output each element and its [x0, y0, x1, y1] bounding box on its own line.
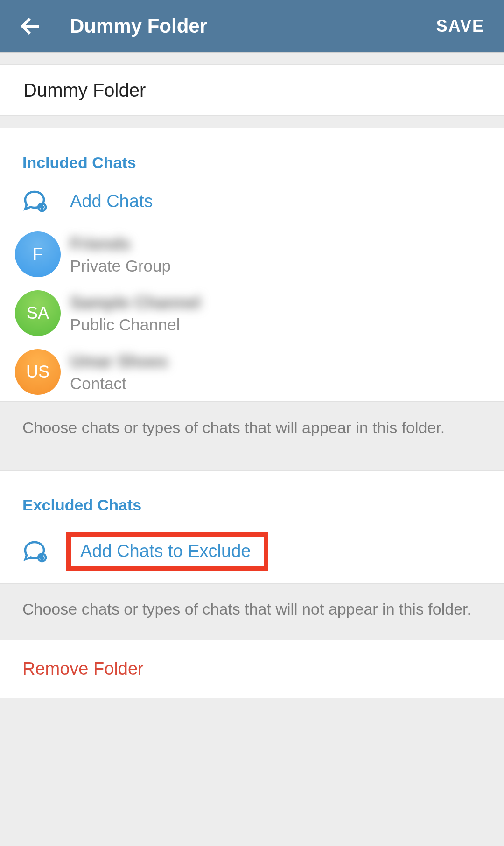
chat-type: Private Group: [70, 257, 504, 275]
list-item[interactable]: SA Sample Channel Public Channel: [0, 284, 504, 343]
add-chats-label: Add Chats: [70, 191, 153, 211]
chat-plus-icon: [0, 189, 70, 213]
excluded-hint: Choose chats or types of chats that will…: [0, 583, 504, 640]
page-title: Dummy Folder: [70, 15, 436, 37]
folder-name-input[interactable]: [22, 79, 482, 101]
avatar: US: [15, 349, 61, 395]
included-hint: Choose chats or types of chats that will…: [0, 402, 504, 458]
highlight-annotation: Add Chats to Exclude: [66, 532, 268, 571]
folder-name-card: [0, 64, 504, 116]
avatar: SA: [15, 290, 61, 336]
chat-name: Friends: [70, 234, 131, 254]
chat-type: Contact: [70, 374, 504, 393]
excluded-chats-header: Excluded Chats: [0, 471, 504, 521]
included-chats-header: Included Chats: [0, 128, 504, 178]
included-chats-section: Included Chats Add Chats F Friends Priva…: [0, 128, 504, 402]
chat-plus-icon: [0, 540, 70, 563]
remove-folder-button[interactable]: Remove Folder: [0, 640, 504, 698]
chat-name: Umar Shoes: [70, 352, 168, 371]
list-item[interactable]: US Umar Shoes Contact: [0, 343, 504, 401]
add-chats-button[interactable]: Add Chats: [0, 178, 504, 225]
save-button[interactable]: SAVE: [436, 16, 484, 36]
add-chats-to-exclude-label: Add Chats to Exclude: [80, 541, 251, 561]
excluded-chats-section: Excluded Chats Add Chats to Exclude: [0, 470, 504, 583]
chat-name: Sample Channel: [70, 293, 201, 313]
add-chats-to-exclude-button[interactable]: Add Chats to Exclude: [0, 521, 504, 583]
app-header: Dummy Folder SAVE: [0, 0, 504, 53]
avatar: F: [15, 231, 61, 277]
chat-type: Public Channel: [70, 315, 504, 334]
back-arrow-icon[interactable]: [20, 15, 42, 37]
list-item[interactable]: F Friends Private Group: [0, 225, 504, 284]
